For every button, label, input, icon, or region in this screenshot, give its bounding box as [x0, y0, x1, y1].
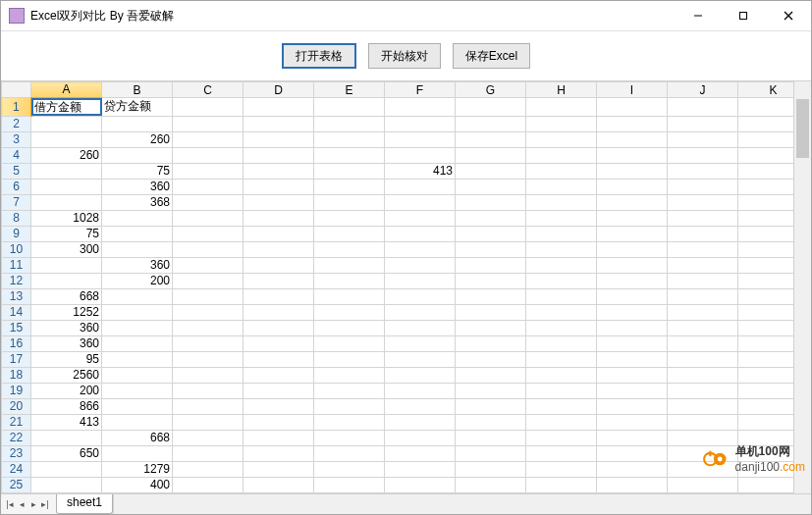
cell[interactable]	[456, 367, 526, 383]
cell[interactable]	[102, 226, 173, 241]
cell[interactable]	[173, 116, 244, 131]
cell[interactable]	[385, 461, 456, 477]
cell[interactable]	[244, 273, 314, 288]
row-head[interactable]: 17	[2, 351, 31, 367]
cell[interactable]	[668, 367, 738, 383]
cell[interactable]: 1279	[102, 461, 173, 477]
row-head[interactable]: 20	[2, 398, 31, 414]
row-head[interactable]: 7	[2, 194, 31, 210]
cell[interactable]	[102, 414, 173, 430]
cell[interactable]	[526, 116, 597, 131]
cell[interactable]	[244, 367, 314, 383]
row-head[interactable]: 8	[2, 210, 31, 226]
cell[interactable]: 贷方金额	[102, 98, 173, 117]
cell[interactable]	[31, 273, 102, 288]
cell[interactable]	[173, 335, 244, 351]
cell[interactable]	[526, 179, 597, 194]
cell[interactable]	[526, 414, 597, 430]
cell[interactable]: 260	[102, 131, 173, 147]
cell[interactable]	[385, 351, 456, 367]
cell[interactable]: 200	[102, 273, 173, 288]
cell[interactable]	[314, 116, 385, 131]
cell[interactable]	[244, 288, 314, 304]
cell[interactable]	[314, 304, 385, 320]
cell[interactable]	[314, 367, 385, 383]
cell[interactable]	[385, 477, 456, 492]
cell[interactable]	[244, 241, 314, 257]
cell[interactable]	[102, 320, 173, 335]
cell[interactable]	[314, 288, 385, 304]
open-table-button[interactable]: 打开表格	[282, 43, 356, 69]
row-head[interactable]: 15	[2, 320, 31, 335]
cell[interactable]	[173, 226, 244, 241]
cell[interactable]	[244, 304, 314, 320]
cell[interactable]	[173, 241, 244, 257]
cell[interactable]	[526, 461, 597, 477]
cell[interactable]	[385, 414, 456, 430]
col-head-A[interactable]: A	[31, 82, 102, 98]
cell[interactable]	[173, 179, 244, 194]
cell[interactable]	[668, 241, 738, 257]
col-head-I[interactable]: I	[597, 82, 668, 98]
cell[interactable]	[314, 194, 385, 210]
cell[interactable]	[597, 210, 668, 226]
cell[interactable]	[385, 288, 456, 304]
cell[interactable]	[31, 257, 102, 273]
cell[interactable]	[526, 320, 597, 335]
cell[interactable]	[314, 210, 385, 226]
cell[interactable]	[385, 98, 456, 117]
cell[interactable]	[385, 131, 456, 147]
minimize-button[interactable]	[676, 1, 721, 30]
cell[interactable]	[244, 461, 314, 477]
cell[interactable]	[173, 210, 244, 226]
cell[interactable]	[314, 147, 385, 163]
cell[interactable]	[385, 445, 456, 461]
row-head[interactable]: 19	[2, 383, 31, 398]
cell[interactable]: 借方金额	[31, 98, 102, 117]
cell[interactable]	[314, 430, 385, 445]
cell[interactable]	[668, 461, 738, 477]
cell[interactable]	[385, 367, 456, 383]
cell[interactable]	[102, 445, 173, 461]
cell[interactable]	[102, 383, 173, 398]
cell[interactable]	[244, 445, 314, 461]
cell[interactable]	[244, 383, 314, 398]
cell[interactable]	[173, 430, 244, 445]
cell[interactable]	[385, 304, 456, 320]
cell[interactable]	[31, 179, 102, 194]
cell[interactable]: 668	[31, 288, 102, 304]
cell[interactable]	[314, 179, 385, 194]
row-head[interactable]: 9	[2, 226, 31, 241]
cell[interactable]	[102, 367, 173, 383]
cell[interactable]	[456, 288, 526, 304]
cell[interactable]	[526, 335, 597, 351]
cell[interactable]	[314, 273, 385, 288]
row-head[interactable]: 3	[2, 131, 31, 147]
cell[interactable]	[456, 383, 526, 398]
cell[interactable]	[597, 398, 668, 414]
cell[interactable]	[526, 351, 597, 367]
col-head-C[interactable]: C	[173, 82, 244, 98]
cell[interactable]	[668, 383, 738, 398]
cell[interactable]	[597, 147, 668, 163]
cell[interactable]	[456, 304, 526, 320]
cell[interactable]	[526, 98, 597, 117]
cell[interactable]	[173, 194, 244, 210]
cell[interactable]	[668, 131, 738, 147]
cell[interactable]	[597, 241, 668, 257]
cell[interactable]	[668, 147, 738, 163]
cell[interactable]: 2560	[31, 367, 102, 383]
cell[interactable]	[456, 163, 526, 179]
col-head-J[interactable]: J	[668, 82, 738, 98]
cell[interactable]	[668, 445, 738, 461]
cell[interactable]	[526, 210, 597, 226]
cell[interactable]	[314, 477, 385, 492]
cell[interactable]	[385, 257, 456, 273]
cell[interactable]	[173, 257, 244, 273]
cell[interactable]	[173, 147, 244, 163]
cell[interactable]	[526, 477, 597, 492]
cell[interactable]	[597, 304, 668, 320]
cell[interactable]	[668, 194, 738, 210]
sheet-nav-prev-icon[interactable]: ◂	[17, 497, 27, 511]
cell[interactable]	[31, 194, 102, 210]
